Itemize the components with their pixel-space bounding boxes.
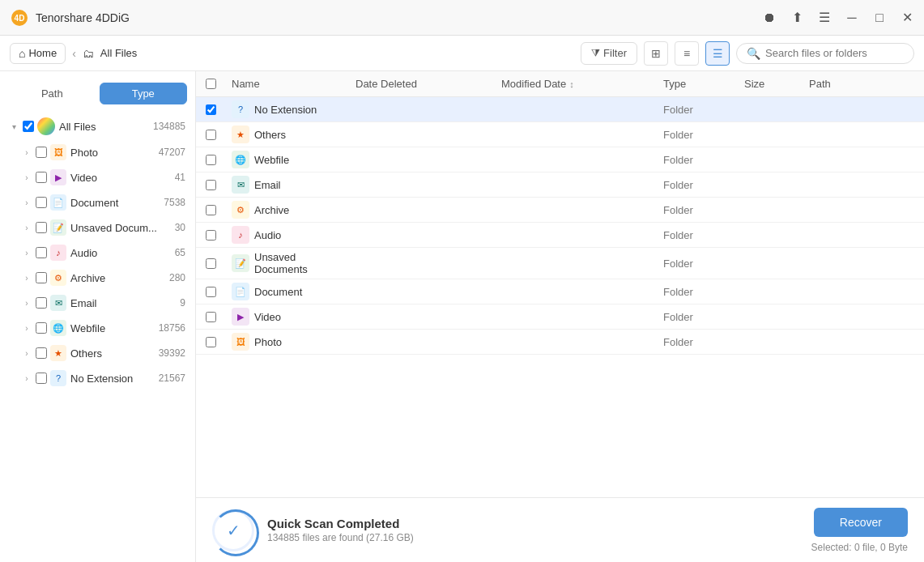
row-checkbox-audio[interactable] (206, 230, 216, 241)
checkbox-audio[interactable] (36, 247, 47, 258)
icon-email: ✉ (50, 295, 66, 311)
table-body: ? No Extension Folder ★ Others Folder 🌐 … (196, 97, 924, 497)
row-checkbox-webfile[interactable] (206, 155, 216, 165)
checkbox-unsaved[interactable] (36, 222, 47, 233)
row-name-webfile: Webfile (254, 154, 289, 166)
record-icon[interactable]: ⏺ (762, 11, 777, 25)
chevron-icon: › (21, 172, 32, 183)
count-photo: 47207 (159, 147, 185, 158)
count-audio: 65 (175, 247, 185, 258)
sidebar-item-photo[interactable]: › 🖼 Photo 47207 (3, 140, 192, 164)
count-unsaved: 30 (175, 222, 185, 233)
row-type: Folder (657, 229, 738, 241)
sidebar-item-webfile[interactable]: › 🌐 Webfile 18756 (3, 316, 192, 340)
row-checkbox-others[interactable] (206, 130, 216, 140)
recover-button[interactable]: Recover (814, 508, 908, 537)
sidebar-item-video[interactable]: › ▶ Video 41 (3, 165, 192, 189)
tab-path[interactable]: Path (8, 83, 96, 104)
row-name-unsaved: Unsaved Documents (254, 251, 343, 275)
close-icon[interactable]: ✕ (900, 11, 914, 25)
table-row[interactable]: ? No Extension Folder (196, 97, 924, 122)
scan-progress-circle: ✓ (212, 509, 254, 551)
checkbox-others[interactable] (36, 347, 47, 359)
chevron-down-icon: ▾ (8, 121, 19, 132)
row-icon-unsaved: 📝 (232, 254, 249, 272)
table-row[interactable]: 📄 Document Folder (196, 279, 924, 304)
table-row[interactable]: ✉ Email Folder (196, 172, 924, 198)
row-name-photo: Photo (254, 336, 282, 348)
row-checkbox-photo[interactable] (206, 337, 216, 347)
selected-info: Selected: 0 file, 0 Byte (811, 542, 908, 553)
sidebar-item-document[interactable]: › 📄 Document 7538 (3, 190, 192, 215)
checkbox-webfile[interactable] (36, 322, 47, 334)
checkbox-archive[interactable] (36, 272, 47, 283)
allfiles-label: All Files (59, 121, 153, 133)
maximize-icon[interactable]: □ (872, 11, 887, 25)
tab-type[interactable]: Type (100, 83, 188, 104)
chevron-icon: › (21, 222, 32, 233)
sidebar-item-audio[interactable]: › ♪ Audio 65 (3, 241, 192, 265)
row-name-email: Email (254, 179, 281, 191)
row-checkbox-unsaved[interactable] (206, 258, 216, 269)
checkbox-document[interactable] (36, 197, 47, 208)
sidebar-item-unsaved[interactable]: › 📝 Unsaved Docum... 30 (3, 215, 192, 240)
sidebar-item-allfiles[interactable]: ▾ All Files 134885 (3, 113, 192, 139)
list-view-button[interactable]: ☰ (705, 41, 730, 66)
row-checkbox-archive[interactable] (206, 205, 216, 215)
sidebar-item-noext[interactable]: › ? No Extension 21567 (3, 366, 192, 390)
allfiles-checkbox[interactable] (23, 121, 34, 132)
row-name-video: Video (254, 311, 281, 323)
breadcrumb-allfiles: All Files (100, 47, 138, 59)
grid-view-button[interactable]: ⊞ (644, 41, 668, 66)
table-row[interactable]: ⚙ Archive Folder (196, 198, 924, 223)
row-checkbox-noext[interactable] (206, 104, 216, 115)
row-name-cell: 📄 Document (225, 283, 349, 300)
sidebar-item-others[interactable]: › ★ Others 39392 (3, 341, 192, 365)
label-others: Others (70, 347, 159, 360)
table-row[interactable]: 📝 Unsaved Documents Folder (196, 248, 924, 279)
chevron-icon: › (21, 272, 32, 283)
row-name-others: Others (254, 129, 286, 141)
share-icon[interactable]: ⬆ (790, 11, 804, 25)
col-header-modified-date[interactable]: Modified Date ↕ (495, 78, 657, 90)
filter-button[interactable]: ⧩ Filter (581, 42, 637, 65)
chevron-icon: › (21, 347, 32, 359)
sidebar-item-email[interactable]: › ✉ Email 9 (3, 291, 192, 315)
checkbox-video[interactable] (36, 172, 47, 183)
home-button[interactable]: ⌂ Home (10, 43, 66, 64)
row-icon-video: ▶ (232, 308, 249, 326)
table-row[interactable]: ♪ Audio Folder (196, 223, 924, 248)
checkbox-email[interactable] (36, 297, 47, 309)
table-row[interactable]: ★ Others Folder (196, 122, 924, 147)
col-header-name: Name (225, 78, 349, 90)
checkbox-photo[interactable] (36, 147, 47, 158)
table-row[interactable]: 🌐 Webfile Folder (196, 147, 924, 172)
icon-noext: ? (50, 370, 66, 386)
search-input[interactable] (765, 47, 904, 59)
checkbox-noext[interactable] (36, 373, 47, 384)
table-row[interactable]: ▶ Video Folder (196, 304, 924, 330)
menu-icon[interactable]: ☰ (817, 11, 832, 25)
label-video: Video (70, 172, 175, 184)
svg-text:4D: 4D (15, 14, 25, 23)
sidebar-item-archive[interactable]: › ⚙ Archive 280 (3, 266, 192, 290)
toolbar: ⌂ Home ‹ 🗂 All Files ⧩ Filter ⊞ ≡ ☰ 🔍 (0, 36, 924, 71)
allfiles-icon (37, 117, 55, 135)
row-name-cell: ? No Extension (225, 100, 349, 118)
row-icon-audio: ♪ (232, 226, 249, 244)
table-row[interactable]: 🖼 Photo Folder (196, 330, 924, 355)
row-checkbox-video[interactable] (206, 312, 216, 322)
chevron-icon: › (21, 373, 32, 384)
row-name-cell: ⚙ Archive (225, 201, 349, 219)
table-header: Name Date Deleted Modified Date ↕ Type S… (196, 71, 924, 97)
row-checkbox-cell (196, 180, 225, 190)
row-checkbox-document[interactable] (206, 287, 216, 297)
app-logo: 4D (10, 8, 29, 28)
col-header-date-deleted: Date Deleted (349, 78, 495, 90)
row-checkbox-email[interactable] (206, 180, 216, 190)
select-all-checkbox[interactable] (206, 79, 216, 89)
medium-view-button[interactable]: ≡ (675, 41, 699, 66)
row-type: Folder (657, 258, 738, 270)
nav-arrow-back[interactable]: ‹ (72, 47, 76, 60)
minimize-icon[interactable]: ─ (845, 11, 859, 25)
